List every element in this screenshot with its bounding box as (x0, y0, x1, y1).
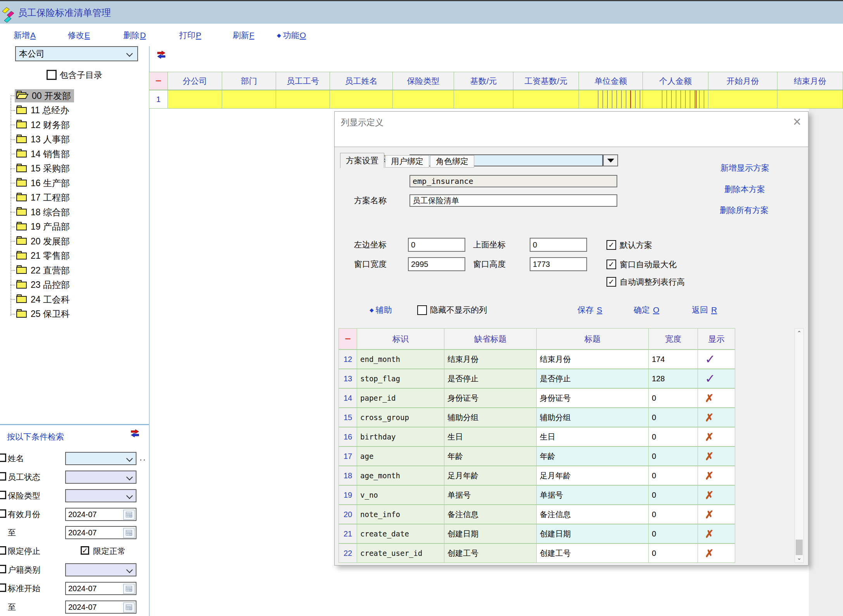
cell-title[interactable]: 单据号 (537, 485, 649, 505)
cell-identifier[interactable]: create_user_id (357, 543, 444, 563)
search-valid-month-to-date-field[interactable]: 2024-07 (65, 526, 136, 539)
cell-show[interactable]: ✗ (698, 427, 735, 446)
columns-table-row[interactable]: 17age年龄年龄0✗ (339, 446, 735, 466)
columns-table-corner-cell[interactable]: − (339, 328, 357, 350)
tree-item-17[interactable]: 17 工程部 (0, 191, 149, 204)
main-table-header-8[interactable]: 单位金额 (579, 72, 643, 90)
search-emp-status-select[interactable] (65, 471, 136, 484)
tree-item-20[interactable]: 20 发展部 (0, 235, 149, 248)
columns-table-header-4[interactable]: 宽度 (649, 328, 698, 350)
tree-item-13[interactable]: 13 人事部 (0, 133, 149, 146)
main-table-corner-cell[interactable]: − (149, 72, 168, 90)
toolbar-delete-button[interactable]: 删除D (123, 29, 146, 41)
cell-width[interactable]: 0 (649, 524, 698, 543)
hide-columns-checkbox[interactable] (417, 305, 427, 315)
columns-table-row[interactable]: 20note_info备注信息备注信息0✗ (339, 505, 735, 524)
scheme-name-field[interactable]: 员工保险清单 (409, 194, 617, 207)
main-table-header-6[interactable]: 基数/元 (454, 72, 513, 90)
main-table-header-7[interactable]: 工资基数/元 (513, 72, 579, 90)
columns-table-row[interactable]: 21create_date创建日期创建日期0✗ (339, 524, 735, 543)
cell-show[interactable]: ✗ (698, 505, 735, 524)
tree-item-15[interactable]: 15 采购部 (0, 162, 149, 175)
cell-width[interactable]: 0 (649, 388, 698, 408)
cell-default-title[interactable]: 创建工号 (444, 543, 537, 563)
swap-pin-icon[interactable] (157, 50, 166, 59)
columns-table-row[interactable]: 12end_month结束月份结束月份174✓ (339, 350, 735, 369)
main-table-cell-1[interactable] (168, 90, 222, 109)
save-button[interactable]: 保存S (577, 305, 602, 315)
search-name-checkbox[interactable] (0, 453, 6, 462)
cell-default-title[interactable]: 足月年龄 (444, 466, 537, 485)
cell-width[interactable]: 0 (649, 505, 698, 524)
cell-show[interactable]: ✓ (698, 350, 735, 369)
toolbar-functions-button[interactable]: ◆功能O (277, 29, 306, 41)
main-table-header-2[interactable]: 部门 (222, 72, 276, 90)
tree-item-22[interactable]: 22 直营部 (0, 264, 149, 277)
cell-title[interactable]: 足月年龄 (537, 466, 649, 485)
main-table-header-10[interactable]: 开始月份 (708, 72, 777, 90)
search-household-type-select[interactable] (65, 563, 136, 576)
tab-role-binding[interactable]: 角色绑定 (430, 155, 474, 168)
columns-table-row[interactable]: 16birthday生日生日0✗ (339, 427, 735, 446)
return-button[interactable]: 返回R (692, 305, 717, 315)
search-standard-start-from-date-field[interactable]: 2024-07 (65, 582, 136, 595)
auto-row-height-checkbox[interactable]: ✓ (606, 277, 616, 287)
cell-default-title[interactable]: 辅助分组 (444, 408, 537, 427)
delete-all-schemes-link[interactable]: 删除所有方案 (720, 205, 769, 216)
tree-item-23[interactable]: 23 品控部 (0, 279, 149, 292)
calendar-icon[interactable] (123, 510, 135, 520)
columns-table-header-1[interactable]: 标识 (357, 328, 444, 350)
close-icon[interactable]: × (793, 112, 801, 131)
search-standard-start-from-checkbox[interactable] (0, 583, 6, 592)
toolbar-add-button[interactable]: 新增A (14, 29, 36, 41)
main-table-header-9[interactable]: 个人金额 (643, 72, 708, 90)
cell-width[interactable]: 0 (649, 446, 698, 466)
lookup-dots-button[interactable]: .. (140, 453, 147, 463)
main-table-cell-9[interactable] (643, 90, 708, 109)
cell-default-title[interactable]: 年龄 (444, 446, 537, 466)
cell-identifier[interactable]: stop_flag (357, 369, 444, 388)
cell-default-title[interactable]: 是否停止 (444, 369, 537, 388)
cell-width[interactable]: 0 (649, 408, 698, 427)
columns-table-row[interactable]: 13stop_flag是否停止是否停止128✓ (339, 369, 735, 388)
cell-identifier[interactable]: note_info (357, 505, 444, 524)
cell-default-title[interactable]: 创建日期 (444, 524, 537, 543)
search-household-type-checkbox[interactable] (0, 565, 6, 573)
scheme-id-field[interactable]: emp_insurance (409, 175, 617, 187)
cell-title[interactable]: 结束月份 (537, 350, 649, 369)
cell-title[interactable]: 生日 (537, 427, 649, 446)
search-standard-start-to-date-field[interactable]: 2024-07 (65, 600, 136, 614)
tree-item-11[interactable]: 11 总经办 (0, 104, 149, 117)
window-width-input[interactable]: 2995 (408, 257, 465, 271)
include-subdir-checkbox[interactable] (47, 70, 57, 80)
tree-item-16[interactable]: 16 生产部 (0, 176, 149, 190)
cell-width[interactable]: 0 (649, 466, 698, 485)
cell-width[interactable]: 174 (649, 350, 698, 369)
cell-title[interactable]: 创建工号 (537, 543, 649, 563)
search-valid-month-from-date-field[interactable]: 2024-07 (65, 508, 136, 521)
tree-item-14[interactable]: 14 销售部 (0, 147, 149, 161)
tree-item-19[interactable]: 19 产品部 (0, 220, 149, 234)
calendar-icon[interactable] (123, 528, 135, 538)
cell-show[interactable]: ✗ (698, 466, 735, 485)
columns-table-row[interactable]: 19v_no单据号单据号0✗ (339, 485, 735, 505)
search-limit-flags-checkbox2[interactable]: ✓ (81, 546, 89, 555)
dialog-scrollbar[interactable]: ⌃ ⌄ (795, 328, 804, 563)
calendar-icon[interactable] (123, 584, 135, 594)
columns-table-row[interactable]: 14paper_id身份证号身份证号0✗ (339, 388, 735, 408)
cell-identifier[interactable]: paper_id (357, 388, 444, 408)
delete-this-scheme-link[interactable]: 删除本方案 (724, 184, 765, 195)
ok-button[interactable]: 确定O (634, 305, 659, 315)
cell-title[interactable]: 年龄 (537, 446, 649, 466)
add-display-scheme-link[interactable]: 新增显示方案 (720, 163, 769, 173)
cell-title[interactable]: 备注信息 (537, 505, 649, 524)
main-table-cell-4[interactable] (330, 90, 393, 109)
default-scheme-checkbox[interactable]: ✓ (606, 240, 616, 250)
company-select[interactable]: 本公司 (15, 46, 138, 61)
toolbar-refresh-button[interactable]: 刷新F (233, 29, 254, 41)
tree-item-24[interactable]: 24 工会科 (0, 293, 149, 306)
cell-default-title[interactable]: 单据号 (444, 485, 537, 505)
tab-user-binding[interactable]: 用户绑定 (385, 155, 429, 168)
main-table-header-4[interactable]: 员工姓名 (330, 72, 393, 90)
cell-default-title[interactable]: 备注信息 (444, 505, 537, 524)
